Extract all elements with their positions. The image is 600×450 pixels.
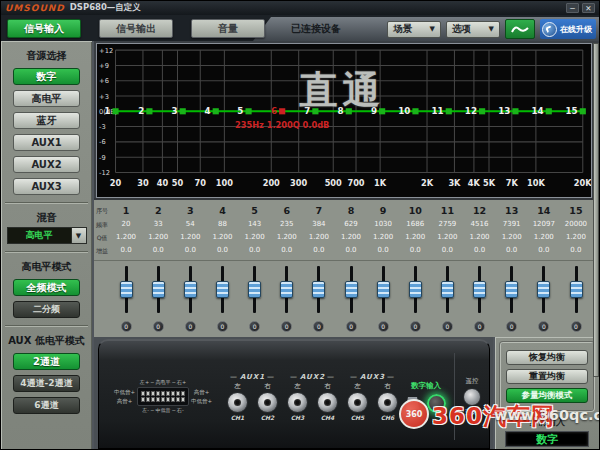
source-digital-button[interactable]: 数字 [13, 68, 80, 85]
eq-band-column[interactable]: 73841.2000.0 [303, 203, 335, 260]
slider-handle[interactable] [184, 281, 197, 298]
device-rear-panel: 左+ ─ 高电平 ─ 右+ 中低音+ 高音+ 高音+ 中低音+ [98, 339, 490, 449]
mode-4ch-2ch-button[interactable]: 4通道-2通道 [13, 375, 80, 392]
gain-knob[interactable]: 0 [410, 321, 421, 332]
source-buttons: 数字高电平蓝牙AUX1AUX2AUX3 [1, 68, 92, 195]
eq-band-column[interactable]: 2331.2000.0 [142, 203, 174, 260]
slider-handle[interactable] [570, 281, 583, 298]
eq-band-column[interactable]: 86291.2000.0 [335, 203, 367, 260]
gain-knob[interactable]: 0 [121, 321, 132, 332]
slider-handle[interactable] [505, 281, 518, 298]
gain-knob[interactable]: 0 [442, 321, 453, 332]
gain-slider[interactable]: 0 [303, 261, 335, 337]
high-level-connector: 左+ ─ 高电平 ─ 右+ 中低音+ 高音+ 高音+ 中低音+ [107, 379, 219, 414]
gain-slider[interactable]: 0 [431, 261, 463, 337]
eq-band-column[interactable]: 62351.2000.0 [271, 203, 303, 260]
reset-eq-button[interactable]: 重置均衡 [506, 369, 588, 384]
slider-handle[interactable] [377, 281, 390, 298]
source-aux1-button[interactable]: AUX1 [13, 134, 80, 151]
gain-slider[interactable]: 0 [239, 261, 271, 337]
eq-band-column[interactable]: 1245161.2000.0 [463, 203, 495, 260]
restore-eq-button[interactable]: 恢复均衡 [506, 350, 588, 365]
eq-band-column[interactable]: 1016861.2000.0 [399, 203, 431, 260]
tab-signal-input[interactable]: 信号输入 [7, 19, 81, 38]
divider [5, 251, 88, 253]
eq-band-column[interactable]: 1373911.2000.0 [496, 203, 528, 260]
eq-band-column[interactable]: 910301.2000.0 [367, 203, 399, 260]
minimize-button[interactable]: ─ [566, 3, 579, 13]
slider-handle[interactable] [216, 281, 229, 298]
brand-logo-icon [542, 22, 557, 37]
eq-band-column[interactable]: 1201.2000.0 [110, 203, 142, 260]
mode-2ch-button[interactable]: 2通道 [13, 353, 80, 370]
gain-knob[interactable]: 0 [506, 321, 517, 332]
gain-slider[interactable]: 0 [464, 261, 496, 337]
gain-slider[interactable]: 0 [271, 261, 303, 337]
mix-dropdown[interactable]: 高电平 ▼ [7, 227, 87, 244]
pin-label: 中低音+ [114, 389, 135, 396]
gain-knob[interactable]: 0 [346, 321, 357, 332]
gain-knob[interactable]: 0 [217, 321, 228, 332]
slider-handle[interactable] [248, 281, 261, 298]
device-connect-button[interactable] [505, 19, 535, 39]
gain-slider[interactable]: 0 [110, 261, 142, 337]
slider-handle[interactable] [152, 281, 165, 298]
svg-text:10K: 10K [527, 178, 545, 188]
source-high-level-button[interactable]: 高电平 [13, 90, 80, 107]
source-bluetooth-button[interactable]: 蓝牙 [13, 112, 80, 129]
gain-slider[interactable]: 0 [560, 261, 592, 337]
eq-band-column[interactable]: 3541.2000.0 [174, 203, 206, 260]
slider-handle[interactable] [441, 281, 454, 298]
gain-slider[interactable]: 0 [142, 261, 174, 337]
gain-slider[interactable]: 0 [367, 261, 399, 337]
svg-text:4K: 4K [468, 178, 481, 188]
tab-volume[interactable]: 音量 [191, 19, 265, 38]
slider-handle[interactable] [409, 281, 422, 298]
eq-graph[interactable]: 20304050701002003005007001K2K3K4K5K7K10K… [96, 43, 592, 198]
slider-handle[interactable] [473, 281, 486, 298]
source-aux2-button[interactable]: AUX2 [13, 156, 80, 173]
eq-band-column[interactable]: 4881.2000.0 [206, 203, 238, 260]
scrollbar[interactable] [593, 43, 599, 377]
svg-text:20K: 20K [574, 178, 591, 188]
gain-slider[interactable]: 0 [399, 261, 431, 337]
eq-band-column[interactable]: 1127591.2000.0 [431, 203, 463, 260]
scene-label: 场景 [393, 23, 412, 36]
gain-slider[interactable]: 0 [528, 261, 560, 337]
gain-knob[interactable]: 0 [281, 321, 292, 332]
full-range-mode-button[interactable]: 全频模式 [13, 279, 80, 296]
slider-handle[interactable] [312, 281, 325, 298]
eq-band-column[interactable]: 15200001.2000.0 [560, 203, 592, 260]
scene-dropdown[interactable]: 场景 ▼ [387, 21, 441, 38]
gain-slider[interactable]: 0 [496, 261, 528, 337]
gain-slider[interactable]: 0 [206, 261, 238, 337]
two-way-mode-button[interactable]: 二分频 [13, 301, 80, 318]
eq-band-column[interactable]: 51431.2000.0 [239, 203, 271, 260]
eq-band-column[interactable]: 14120971.2000.0 [528, 203, 560, 260]
aux-section: AUX2左CH3右CH4 [287, 373, 338, 421]
gain-knob[interactable]: 0 [571, 321, 582, 332]
options-dropdown[interactable]: 选项 ▼ [446, 21, 500, 38]
upload-badge[interactable]: 在线升级 [540, 19, 596, 39]
gain-slider[interactable]: 0 [174, 261, 206, 337]
tab-signal-output[interactable]: 信号输出 [99, 19, 173, 38]
gain-knob[interactable]: 0 [153, 321, 164, 332]
svg-text:+3: +3 [99, 93, 109, 101]
slider-handle[interactable] [537, 281, 550, 298]
gain-knob[interactable]: 0 [538, 321, 549, 332]
gain-knob[interactable]: 0 [474, 321, 485, 332]
slider-handle[interactable] [345, 281, 358, 298]
slider-handle[interactable] [280, 281, 293, 298]
gain-knob[interactable]: 0 [185, 321, 196, 332]
close-button[interactable]: ✕ [582, 3, 595, 13]
source-aux3-button[interactable]: AUX3 [13, 178, 80, 195]
slider-handle[interactable] [120, 281, 133, 298]
gain-knob[interactable]: 0 [249, 321, 260, 332]
pin-label: 高音+ [191, 389, 212, 396]
gain-slider[interactable]: 0 [335, 261, 367, 337]
eq-table-columns: 1201.2000.02331.2000.03541.2000.04881.20… [110, 203, 592, 260]
gain-knob[interactable]: 0 [313, 321, 324, 332]
gain-knob[interactable]: 0 [378, 321, 389, 332]
high-level-top-label: 左+ ─ 高电平 ─ 右+ [111, 379, 214, 385]
mode-6ch-button[interactable]: 6通道 [13, 397, 80, 414]
